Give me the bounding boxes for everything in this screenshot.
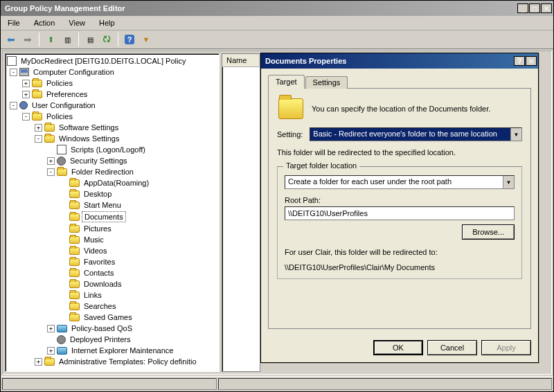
- tree-windows-settings[interactable]: Windows Settings: [57, 134, 121, 143]
- script-icon: [57, 145, 66, 154]
- minimize-button[interactable]: _: [517, 3, 528, 13]
- list-header-name[interactable]: Name: [222, 54, 260, 67]
- tree-policies[interactable]: Policies: [44, 78, 75, 88]
- tree-computer-config[interactable]: Computer Configuration: [31, 67, 116, 77]
- collapse-toggle[interactable]: -: [47, 168, 55, 176]
- back-button[interactable]: [3, 32, 19, 47]
- dialog-title: Documents Properties: [265, 57, 513, 65]
- tree-panel[interactable]: MyDocRedirect [DEITG10.DEITG.LOCAL] Poli…: [5, 53, 220, 372]
- refresh-button[interactable]: [99, 32, 114, 47]
- dropdown-button-icon[interactable]: [510, 128, 521, 141]
- dialog-tabs: Target Settings: [268, 75, 531, 89]
- properties-dialog: Documents Properties ? ✕ Target Settings…: [260, 53, 539, 363]
- window-title: Group Policy Management Editor: [5, 4, 517, 12]
- group-title: Target folder location: [283, 161, 359, 170]
- tree-scripts[interactable]: Scripts (Logon/Logoff): [69, 145, 148, 154]
- root-path-input[interactable]: [285, 206, 515, 220]
- tree-user-config[interactable]: User Configuration: [30, 100, 98, 110]
- tree-ie[interactable]: Internet Explorer Maintenance: [69, 346, 175, 355]
- tree-links[interactable]: Links: [82, 290, 104, 300]
- dialog-titlebar: Documents Properties ? ✕: [261, 53, 538, 69]
- tree-pictures[interactable]: Pictures: [82, 224, 114, 233]
- tree-preferences[interactable]: Preferences: [44, 89, 89, 99]
- menu-file[interactable]: File: [5, 17, 23, 28]
- target-location-group: Target folder location Create a folder f…: [277, 166, 522, 279]
- maximize-button[interactable]: □: [529, 3, 540, 13]
- target-mode-dropdown[interactable]: Create a folder for each user under the …: [285, 175, 515, 189]
- help-button[interactable]: [122, 32, 137, 47]
- folder-icon: [69, 292, 80, 299]
- forward-button[interactable]: [20, 32, 35, 47]
- tree-contacts[interactable]: Contacts: [82, 268, 116, 278]
- tree-qos[interactable]: Policy-based QoS: [69, 323, 134, 333]
- expand-toggle[interactable]: +: [35, 124, 42, 132]
- apply-button[interactable]: Apply: [481, 340, 531, 355]
- toolbar-separator: [39, 33, 39, 46]
- expand-toggle[interactable]: +: [47, 347, 55, 355]
- tree-printers[interactable]: Deployed Printers: [68, 335, 132, 344]
- tree-searches[interactable]: Searches: [82, 301, 118, 311]
- tab-panel-target: You can specify the location of the Docu…: [268, 88, 531, 329]
- dialog-help-button[interactable]: ?: [514, 56, 525, 66]
- expand-toggle[interactable]: +: [47, 325, 55, 332]
- tree-startmenu[interactable]: Start Menu: [82, 200, 123, 210]
- user-icon: [19, 101, 28, 109]
- menu-view[interactable]: View: [66, 17, 88, 28]
- filter-button[interactable]: ▼: [138, 32, 154, 47]
- example-path: \\DEITG10\UserProfiles\Clair\My Document…: [285, 263, 515, 271]
- tree-policies[interactable]: Policies: [44, 112, 75, 121]
- tree-security[interactable]: Security Settings: [68, 156, 129, 166]
- tab-target[interactable]: Target: [268, 75, 305, 89]
- policy-icon: [7, 56, 17, 66]
- tree-music[interactable]: Music: [82, 235, 106, 244]
- dialog-close-button[interactable]: ✕: [526, 56, 537, 66]
- dialog-body: Target Settings You can specify the loca…: [261, 69, 538, 335]
- folder-icon: [69, 247, 80, 255]
- folder-icon: [69, 190, 80, 198]
- collapse-toggle[interactable]: -: [10, 102, 17, 109]
- tree-desktop[interactable]: Desktop: [82, 189, 114, 199]
- browse-button[interactable]: Browse...: [462, 224, 515, 240]
- tree-root[interactable]: MyDocRedirect [DEITG10.DEITG.LOCAL] Poli…: [19, 56, 188, 66]
- toolbar: ⬆ ▥ ▤ ▼: [1, 30, 553, 49]
- properties-button[interactable]: ▤: [82, 32, 98, 47]
- close-button[interactable]: ✕: [541, 3, 552, 13]
- up-button[interactable]: ⬆: [43, 32, 58, 47]
- tree-videos[interactable]: Videos: [82, 246, 109, 256]
- folder-icon: [44, 124, 55, 132]
- expand-toggle[interactable]: +: [47, 157, 55, 165]
- printer-icon: [57, 335, 66, 344]
- expand-toggle[interactable]: +: [22, 80, 30, 87]
- menu-help[interactable]: Help: [96, 17, 118, 28]
- tree-savedgames[interactable]: Saved Games: [82, 312, 134, 322]
- titlebar: Group Policy Management Editor _ □ ✕: [1, 1, 553, 16]
- setting-dropdown[interactable]: Basic - Redirect everyone's folder to th…: [310, 127, 522, 141]
- refresh-icon: [102, 35, 111, 44]
- setting-label: Setting:: [277, 130, 303, 139]
- tree-favorites[interactable]: Favorites: [82, 257, 117, 267]
- status-panel: [218, 378, 552, 390]
- tree-downloads[interactable]: Downloads: [82, 279, 123, 289]
- tree-admin-templates[interactable]: Administrative Templates: Policy definit…: [57, 357, 199, 366]
- collapse-toggle[interactable]: -: [10, 69, 17, 76]
- qos-icon: [57, 325, 67, 332]
- list-panel: Name: [222, 53, 260, 372]
- folder-icon: [44, 135, 55, 143]
- expand-toggle[interactable]: +: [35, 358, 42, 366]
- menu-action[interactable]: Action: [31, 17, 58, 28]
- tab-settings[interactable]: Settings: [305, 76, 348, 89]
- collapse-toggle[interactable]: -: [35, 135, 42, 143]
- tree-folder-redirection[interactable]: Folder Redirection: [69, 167, 136, 177]
- folder-icon: [32, 91, 42, 98]
- ok-button[interactable]: OK: [373, 340, 423, 355]
- tree-appdata[interactable]: AppData(Roaming): [82, 178, 151, 188]
- cancel-button[interactable]: Cancel: [427, 340, 477, 355]
- expand-toggle[interactable]: +: [22, 91, 30, 98]
- dropdown-button-icon[interactable]: [503, 176, 514, 188]
- collapse-toggle[interactable]: -: [22, 113, 30, 121]
- show-hide-button[interactable]: ▥: [60, 32, 75, 47]
- dialog-footer: OK Cancel Apply: [261, 335, 538, 362]
- tree-software-settings[interactable]: Software Settings: [57, 123, 120, 132]
- folder-icon: [57, 168, 67, 176]
- tree-documents[interactable]: Documents: [82, 211, 126, 222]
